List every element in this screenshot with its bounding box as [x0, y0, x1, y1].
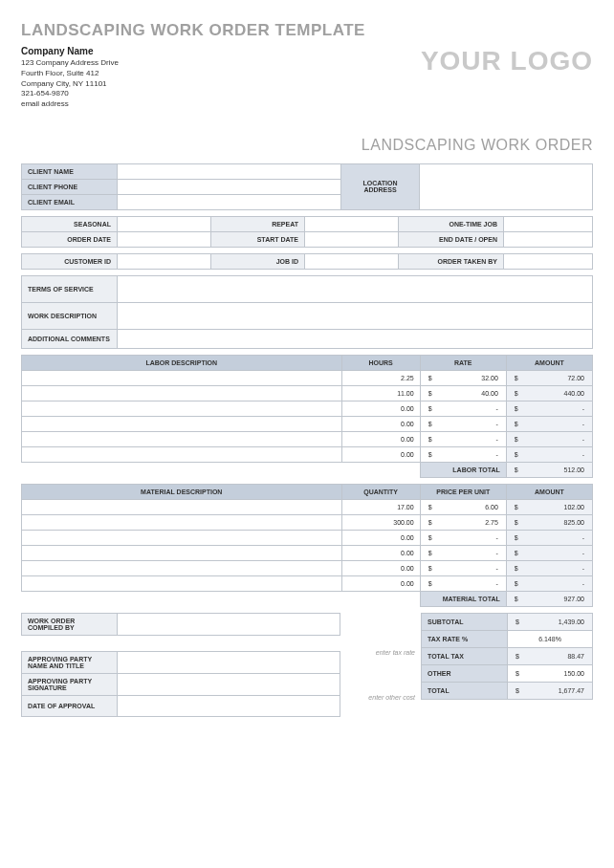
material-ppu-cell[interactable]: $- — [420, 560, 506, 575]
company-block: Company Name 123 Company Address Drive F… — [21, 46, 119, 110]
labor-rate-cell[interactable]: $- — [420, 401, 506, 416]
labor-desc-cell[interactable] — [22, 446, 342, 462]
field-client-name[interactable] — [118, 163, 341, 179]
field-end-date[interactable] — [504, 231, 593, 247]
labor-hours-cell[interactable]: 0.00 — [341, 401, 420, 416]
field-seasonal[interactable] — [118, 216, 211, 231]
field-customer-id[interactable] — [118, 253, 211, 269]
labor-row: 2.25$32.00$72.00 — [22, 370, 593, 385]
material-ppu-cell[interactable]: $6.00 — [420, 499, 506, 514]
material-qty-cell[interactable]: 0.00 — [341, 530, 420, 545]
field-work-desc[interactable] — [118, 302, 593, 329]
labor-hours-cell[interactable]: 0.00 — [341, 416, 420, 431]
compiled-by-table: WORK ORDER COMPILED BY — [21, 613, 340, 636]
labor-header-desc: LABOR DESCRIPTION — [22, 355, 342, 370]
labor-header-rate: RATE — [420, 355, 506, 370]
label-additional: ADDITIONAL COMMENTS — [22, 329, 118, 348]
material-amount-cell: $- — [506, 575, 592, 591]
labor-table: LABOR DESCRIPTION HOURS RATE AMOUNT 2.25… — [21, 355, 593, 478]
mat-header-amount: AMOUNT — [506, 484, 592, 499]
labor-header-hours: HOURS — [341, 355, 420, 370]
material-desc-cell[interactable] — [22, 514, 342, 530]
labor-rate-cell[interactable]: $32.00 — [420, 370, 506, 385]
labor-rate-cell[interactable]: $- — [420, 431, 506, 446]
schedule-type-table: SEASONAL REPEAT ONE-TIME JOB ORDER DATE … — [21, 216, 593, 248]
labor-rate-cell[interactable]: $- — [420, 416, 506, 431]
labor-desc-cell[interactable] — [22, 370, 342, 385]
field-client-phone[interactable] — [118, 179, 341, 194]
material-desc-cell[interactable] — [22, 560, 342, 575]
labor-desc-cell[interactable] — [22, 416, 342, 431]
label-material-total: MATERIAL TOTAL — [420, 591, 506, 606]
label-total: TOTAL — [422, 682, 508, 699]
labor-desc-cell[interactable] — [22, 385, 342, 401]
label-order-date: ORDER DATE — [22, 231, 118, 247]
field-start-date[interactable] — [305, 231, 399, 247]
label-approving-name: APPROVING PARTY NAME AND TITLE — [22, 651, 118, 673]
material-desc-cell[interactable] — [22, 499, 342, 514]
material-amount-cell: $- — [506, 560, 592, 575]
label-one-time: ONE-TIME JOB — [399, 216, 504, 231]
ids-table: CUSTOMER ID JOB ID ORDER TAKEN BY — [21, 253, 593, 270]
company-email: email address — [21, 99, 119, 110]
label-date-approval: DATE OF APPROVAL — [22, 695, 118, 716]
mat-header-desc: MATERIAL DESCRIPTION — [22, 484, 342, 499]
material-ppu-cell[interactable]: $- — [420, 575, 506, 591]
field-approving-sig[interactable] — [118, 673, 340, 695]
labor-amount-cell: $440.00 — [506, 385, 592, 401]
field-approving-name[interactable] — [118, 651, 340, 673]
labor-amount-cell: $- — [506, 431, 592, 446]
field-terms[interactable] — [118, 275, 593, 302]
label-subtotal: SUBTOTAL — [422, 613, 508, 630]
labor-desc-cell[interactable] — [22, 431, 342, 446]
material-ppu-cell[interactable]: $- — [420, 530, 506, 545]
hint-enter-tax: enter tax rate — [340, 649, 421, 656]
material-qty-cell[interactable]: 0.00 — [341, 575, 420, 591]
labor-hours-cell[interactable]: 0.00 — [341, 431, 420, 446]
material-qty-cell[interactable]: 17.00 — [341, 499, 420, 514]
labor-rate-cell[interactable]: $- — [420, 446, 506, 462]
label-location-address: LOCATION ADDRESS — [341, 163, 420, 209]
document-subtitle: LANDSCAPING WORK ORDER — [21, 137, 593, 154]
value-material-total: $927.00 — [506, 591, 592, 606]
labor-hours-cell[interactable]: 2.25 — [341, 370, 420, 385]
material-desc-cell[interactable] — [22, 530, 342, 545]
material-qty-cell[interactable]: 0.00 — [341, 545, 420, 560]
material-qty-cell[interactable]: 0.00 — [341, 560, 420, 575]
value-tax-rate[interactable]: 6.148% — [508, 630, 593, 647]
material-amount-cell: $- — [506, 545, 592, 560]
material-row: 0.00$-$- — [22, 560, 593, 575]
label-labor-total: LABOR TOTAL — [420, 462, 506, 477]
field-additional[interactable] — [118, 329, 593, 348]
labor-rate-cell[interactable]: $40.00 — [420, 385, 506, 401]
logo-placeholder: YOUR LOGO — [421, 46, 593, 76]
field-compiled-by[interactable] — [118, 613, 340, 635]
field-repeat[interactable] — [305, 216, 399, 231]
labor-row: 0.00$-$- — [22, 416, 593, 431]
material-qty-cell[interactable]: 300.00 — [341, 514, 420, 530]
material-desc-cell[interactable] — [22, 545, 342, 560]
company-phone: 321-654-9870 — [21, 89, 119, 99]
field-job-id[interactable] — [305, 253, 399, 269]
labor-row: 0.00$-$- — [22, 401, 593, 416]
field-client-email[interactable] — [118, 194, 341, 209]
label-approving-sig: APPROVING PARTY SIGNATURE — [22, 673, 118, 695]
field-one-time[interactable] — [504, 216, 593, 231]
labor-row: 0.00$-$- — [22, 431, 593, 446]
mat-header-ppu: PRICE PER UNIT — [420, 484, 506, 499]
labor-desc-cell[interactable] — [22, 401, 342, 416]
labor-amount-cell: $- — [506, 416, 592, 431]
label-tax-rate: TAX RATE % — [422, 630, 508, 647]
labor-hours-cell[interactable]: 0.00 — [341, 446, 420, 462]
field-order-date[interactable] — [118, 231, 211, 247]
field-location-address[interactable] — [420, 163, 593, 209]
labor-amount-cell: $- — [506, 446, 592, 462]
field-date-approval[interactable] — [118, 695, 340, 716]
field-order-taken-by[interactable] — [504, 253, 593, 269]
material-ppu-cell[interactable]: $- — [420, 545, 506, 560]
totals-table: SUBTOTAL $1,439.00 TAX RATE % 6.148% TOT… — [421, 613, 593, 700]
labor-hours-cell[interactable]: 11.00 — [341, 385, 420, 401]
material-desc-cell[interactable] — [22, 575, 342, 591]
material-ppu-cell[interactable]: $2.75 — [420, 514, 506, 530]
value-other[interactable]: $150.00 — [508, 664, 593, 682]
